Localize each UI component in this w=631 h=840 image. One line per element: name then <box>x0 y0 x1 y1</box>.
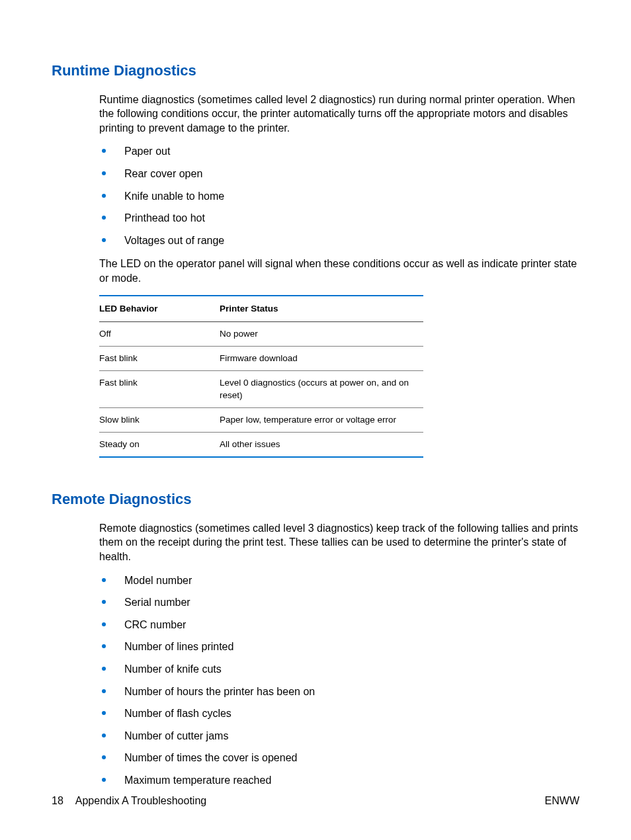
table-cell: All other issues <box>220 432 423 457</box>
section1-intro: Runtime diagnostics (sometimes called le… <box>99 93 579 136</box>
heading-runtime-diagnostics: Runtime Diagnostics <box>52 61 579 81</box>
section2-intro: Remote diagnostics (sometimes called lev… <box>99 521 579 564</box>
footer-section-title: Appendix A Troubleshooting <box>75 794 206 808</box>
section1-bullets: Paper out Rear cover open Knife unable t… <box>99 144 579 247</box>
page-number: 18 <box>52 794 63 808</box>
bullet-item: Number of times the cover is opened <box>99 751 579 765</box>
bullet-item: CRC number <box>99 618 579 632</box>
section2-bullets: Model number Serial number CRC number Nu… <box>99 573 579 788</box>
table-cell: Level 0 diagnostics (occurs at power on,… <box>220 371 423 407</box>
bullet-item: Rear cover open <box>99 167 579 181</box>
table-row: Steady on All other issues <box>99 432 423 457</box>
footer-right: ENWW <box>545 794 579 808</box>
table-cell: Firmware download <box>220 347 423 371</box>
bullet-item: Serial number <box>99 595 579 610</box>
bullet-item: Number of lines printed <box>99 640 579 654</box>
bullet-item: Number of hours the printer has been on <box>99 685 579 699</box>
table-header: LED Behavior <box>99 296 220 322</box>
bullet-item: Paper out <box>99 144 579 159</box>
table-row: Off No power <box>99 321 423 346</box>
table-cell: Slow blink <box>99 407 220 432</box>
table-cell: Fast blink <box>99 347 220 371</box>
bullet-item: Model number <box>99 573 579 588</box>
section1-body: Runtime diagnostics (sometimes called le… <box>99 93 579 458</box>
bullet-item: Voltages out of range <box>99 233 579 248</box>
bullet-item: Knife unable to home <box>99 189 579 204</box>
bullet-item: Number of flash cycles <box>99 706 579 721</box>
table-row: Fast blink Level 0 diagnostics (occurs a… <box>99 371 423 407</box>
bullet-item: Printhead too hot <box>99 211 579 226</box>
bullet-item: Number of knife cuts <box>99 662 579 677</box>
bullet-item: Maximum temperature reached <box>99 773 579 788</box>
table-cell: Steady on <box>99 432 220 457</box>
page-footer: 18 Appendix A Troubleshooting ENWW <box>52 794 579 808</box>
section2-body: Remote diagnostics (sometimes called lev… <box>99 521 579 788</box>
table-cell: Paper low, temperature error or voltage … <box>220 407 423 432</box>
table-header: Printer Status <box>220 296 423 322</box>
table-cell: Fast blink <box>99 371 220 407</box>
table-cell: No power <box>220 321 423 346</box>
bullet-item: Number of cutter jams <box>99 729 579 743</box>
table-cell: Off <box>99 321 220 346</box>
table-row: Fast blink Firmware download <box>99 347 423 371</box>
led-behavior-table: LED Behavior Printer Status Off No power… <box>99 295 423 458</box>
page-content: Runtime Diagnostics Runtime diagnostics … <box>0 0 631 788</box>
section1-after: The LED on the operator panel will signa… <box>99 257 579 285</box>
heading-remote-diagnostics: Remote Diagnostics <box>52 489 579 509</box>
table-row: Slow blink Paper low, temperature error … <box>99 407 423 432</box>
